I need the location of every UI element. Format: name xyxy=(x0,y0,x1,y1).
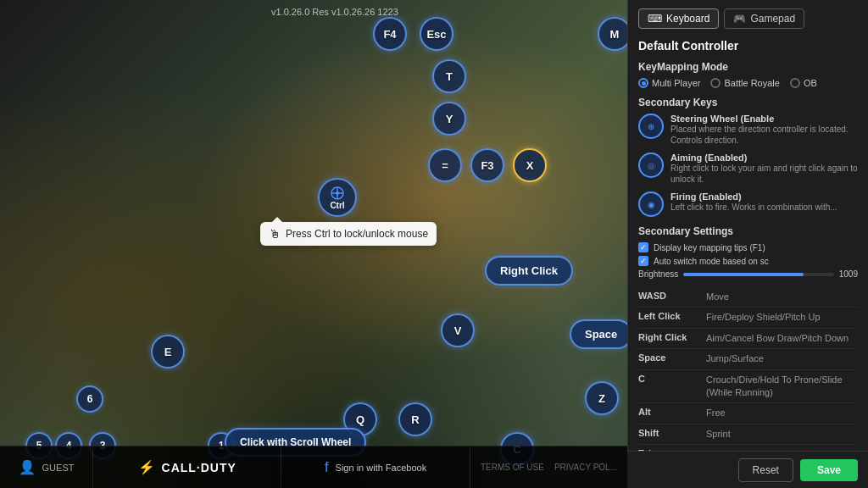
secondary-settings-section: Display key mapping tips (F1) Auto switc… xyxy=(638,242,858,279)
key-list-key-4: C xyxy=(638,374,706,384)
e-key[interactable]: E xyxy=(151,335,185,369)
right-click-button[interactable]: Right Click xyxy=(485,256,573,286)
checkbox-auto-switch[interactable]: Auto switch mode based on sc xyxy=(638,256,858,266)
panel-tabs: ⌨ Keyboard 🎮 Gamepad xyxy=(638,8,858,29)
secondary-key-desc-1: Aiming (Enabled) Right click to lock you… xyxy=(670,152,858,185)
mode-battle-royale[interactable]: Battle Royale xyxy=(710,78,779,88)
privacy-label[interactable]: PRIVACY POL... xyxy=(554,463,617,472)
radio-ob xyxy=(790,78,800,88)
guest-section[interactable]: 👤 GUEST xyxy=(0,446,93,488)
secondary-key-icon-2: ◉ xyxy=(638,191,664,217)
keyboard-icon: ⌨ xyxy=(648,13,662,25)
key-list-action-1: Fire/Deploy Shield/Pitch Up xyxy=(706,311,821,324)
cod-section[interactable]: ⚡ CALL·DUTY xyxy=(93,446,281,488)
mode-battle-label: Battle Royale xyxy=(724,78,779,88)
key-list-action-4: Crouch/Dive/Hold To Prone/Slide (While R… xyxy=(706,374,858,400)
secondary-keys-section: ⊕ Steering Wheel (Enable Placed where th… xyxy=(638,114,858,217)
t-key[interactable]: T xyxy=(432,59,466,93)
key-list-item-3: Space Jump/Surface xyxy=(638,349,858,369)
tooltip-text: Press Ctrl to lock/unlock mouse xyxy=(286,228,428,240)
eq-key[interactable]: = xyxy=(428,148,462,182)
key-list-item-6: Shift Sprint xyxy=(638,424,858,445)
secondary-key-glyph-1: ◎ xyxy=(648,161,655,170)
mode-ob-label: OB xyxy=(804,78,817,88)
panel-bottom: Reset Save xyxy=(627,451,868,488)
key-list-item-4: C Crouch/Dive/Hold To Prone/Slide (While… xyxy=(638,370,858,404)
fb-label: Sign in with Facebook xyxy=(336,463,427,473)
key-list-key-3: Space xyxy=(638,352,706,363)
mode-ob[interactable]: OB xyxy=(790,78,817,88)
brightness-row: Brightness 1009 xyxy=(638,269,858,279)
n6-key[interactable]: 6 xyxy=(76,385,103,413)
key-list-action-5: Free xyxy=(706,407,726,419)
radio-multi-player xyxy=(638,78,648,88)
secondary-key-body-1: Right click to lock your aim and right c… xyxy=(670,163,858,185)
m-key[interactable]: M xyxy=(598,17,627,51)
mode-multi-player[interactable]: Multi Player xyxy=(638,78,700,88)
tab-keyboard[interactable]: ⌨ Keyboard xyxy=(638,8,719,29)
v-key[interactable]: V xyxy=(441,313,475,347)
key-list-item-0: WASD Move xyxy=(638,287,858,308)
keymapping-mode-group: Multi Player Battle Royale OB xyxy=(638,78,858,88)
key-list-action-2: Aim/Cancel Bow Draw/Pitch Down xyxy=(706,332,849,345)
game-area: v1.0.26.0 Res v1.0.26.26 1223 F4EscMTY=F… xyxy=(0,0,627,488)
cod-label: CALL·DUTY xyxy=(162,461,236,474)
f3-key[interactable]: F3 xyxy=(470,148,504,182)
gamepad-icon: 🎮 xyxy=(733,13,746,25)
ctrl-key[interactable]: Ctrl xyxy=(318,178,357,217)
key-list-item-2: Right Click Aim/Cancel Bow Draw/Pitch Do… xyxy=(638,329,858,349)
checkbox-auto-switch-label: Auto switch mode based on sc xyxy=(654,257,769,266)
key-list-key-2: Right Click xyxy=(638,332,706,342)
terms-label[interactable]: TERMS OF USE xyxy=(481,463,544,472)
tab-gamepad[interactable]: 🎮 Gamepad xyxy=(724,8,804,29)
key-list-key-6: Shift xyxy=(638,428,706,438)
mouse-icon: 🖱 xyxy=(269,227,281,241)
key-list-action-3: Jump/Surface xyxy=(706,352,764,365)
brightness-bar[interactable] xyxy=(683,273,834,276)
key-list-key-5: Alt xyxy=(638,407,706,417)
secondary-settings-label: Secondary Settings xyxy=(638,225,858,237)
brightness-label: Brightness xyxy=(638,269,678,279)
save-button[interactable]: Save xyxy=(800,459,858,481)
key-list-action-0: Move xyxy=(706,291,729,303)
secondary-key-glyph-2: ◉ xyxy=(648,200,655,209)
brightness-value: 1009 xyxy=(839,269,858,279)
panel-title: Default Controller xyxy=(638,39,858,53)
secondary-key-icon-0: ⊕ xyxy=(638,114,664,139)
checkbox-display-tips-box xyxy=(638,242,648,252)
guest-label: GUEST xyxy=(42,463,75,473)
gamepad-tab-label: Gamepad xyxy=(750,13,795,25)
person-icon: 👤 xyxy=(19,459,36,475)
f4-key[interactable]: F4 xyxy=(373,17,407,51)
ctrl-tooltip: 🖱 Press Ctrl to lock/unlock mouse xyxy=(260,222,437,246)
x-key[interactable]: X xyxy=(513,148,547,182)
cod-icon: ⚡ xyxy=(138,459,155,475)
checkbox-display-tips-label: Display key mapping tips (F1) xyxy=(654,243,765,252)
secondary-key-item-2: ◉ Firing (Enabled) Left click to fire. W… xyxy=(638,191,858,217)
secondary-key-body-0: Placed where the direction controller is… xyxy=(670,124,858,146)
brightness-fill xyxy=(683,273,804,276)
fb-icon: f xyxy=(325,460,328,475)
key-list-item-5: Alt Free xyxy=(638,403,858,424)
secondary-key-item-1: ◎ Aiming (Enabled) Right click to lock y… xyxy=(638,152,858,185)
r-key[interactable]: R xyxy=(398,402,432,436)
secondary-key-title-1: Aiming (Enabled) xyxy=(670,152,858,163)
esc-key[interactable]: Esc xyxy=(420,17,453,51)
fb-section[interactable]: f Sign in with Facebook xyxy=(281,446,470,488)
ctrl-label: Ctrl xyxy=(330,201,344,210)
z-key[interactable]: Z xyxy=(585,381,619,415)
y-key[interactable]: Y xyxy=(432,102,466,136)
radio-battle-royale xyxy=(710,78,721,88)
space-button[interactable]: Space xyxy=(570,319,627,349)
secondary-key-title-0: Steering Wheel (Enable xyxy=(670,114,858,124)
secondary-key-title-2: Firing (Enabled) xyxy=(670,191,858,202)
key-list-action-6: Sprint xyxy=(706,428,731,441)
keyboard-tab-label: Keyboard xyxy=(666,13,709,25)
svg-point-3 xyxy=(336,191,339,195)
checkbox-display-tips[interactable]: Display key mapping tips (F1) xyxy=(638,242,858,252)
mode-multi-label: Multi Player xyxy=(652,78,700,88)
right-panel: ⌨ Keyboard 🎮 Gamepad Default Controller … xyxy=(627,0,868,488)
reset-button[interactable]: Reset xyxy=(738,458,793,482)
version-text: v1.0.26.0 Res v1.0.26.26 1223 xyxy=(271,7,398,17)
checkbox-auto-switch-box xyxy=(638,256,648,266)
